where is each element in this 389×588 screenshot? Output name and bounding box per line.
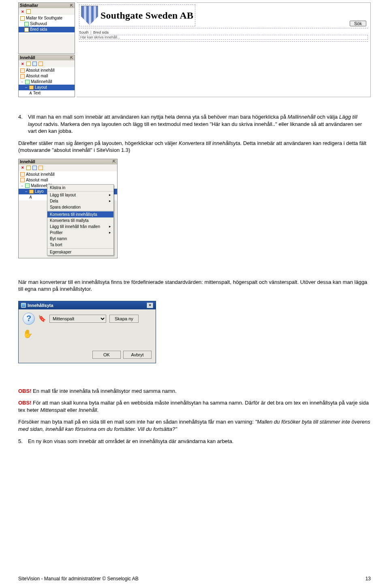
- pin-icon[interactable]: ⇱: [113, 160, 116, 164]
- menu-label: Klistra in: [50, 185, 65, 190]
- menu-item-klistra[interactable]: Klistra in: [47, 185, 113, 191]
- delete-icon[interactable]: ✕: [20, 9, 25, 14]
- delete-icon[interactable]: ✕: [20, 165, 25, 170]
- folder-icon: [29, 85, 34, 89]
- collapse-icon[interactable]: −: [24, 85, 28, 90]
- new-icon[interactable]: [26, 61, 31, 66]
- menu-sep: [47, 211, 113, 211]
- orange-icon[interactable]: [38, 165, 43, 170]
- tree-item[interactable]: Absolut mall: [19, 73, 75, 79]
- square-icon: [20, 74, 25, 79]
- tree-item[interactable]: Absolut innehåll: [19, 68, 75, 73]
- create-new-button[interactable]: Skapa ny: [109, 315, 139, 323]
- new-icon[interactable]: [26, 165, 31, 170]
- tree-item-bredsida[interactable]: Bred sida: [19, 27, 75, 32]
- crumb[interactable]: South: [79, 30, 89, 34]
- dialog-titlebar: Innehållsyta ✕: [19, 301, 156, 309]
- text-a-icon: A: [29, 194, 32, 200]
- content-hint: Här kan skriva innehåll...: [79, 35, 368, 40]
- text-run: En mall får inte innehålla två innehålls…: [32, 388, 177, 394]
- left-panels: Sidmallar ⇱ ✕ Mallar för Southgate Sidhu…: [18, 2, 75, 97]
- obs-label: OBS!: [18, 388, 32, 394]
- tree-item-label: Bred sida: [30, 27, 47, 32]
- menu-item-dela[interactable]: Dela▸: [47, 198, 113, 204]
- cancel-button[interactable]: Avbryt: [123, 351, 152, 359]
- menu-item-konv-innehall[interactable]: Konvertera till innehållsyta: [47, 211, 113, 217]
- panel-innehall: Innehåll ⇱ ✕ Absolut innehåll Absolut ma…: [18, 55, 75, 97]
- menu-item-bytnamn[interactable]: Byt namn: [47, 236, 113, 242]
- dialog-first-row: ? 🔖 Mittenspalt Skapa ny: [19, 309, 156, 326]
- search-button[interactable]: Sök: [350, 21, 366, 26]
- tree-item-label: Absolut innehåll: [26, 172, 55, 177]
- list-item-4: 4. Vill man ha en mall som innebär att a…: [18, 113, 371, 140]
- context-menu-screenshot: Innehåll ⇱ ✕ Absolut innehåll Absolut ma…: [18, 159, 118, 258]
- submenu-arrow-icon: ▸: [109, 224, 111, 228]
- footer-left: SiteVision - Manual för administratörer …: [18, 576, 139, 582]
- menu-item-konv-mall[interactable]: Konvertera till mallyta: [47, 217, 113, 224]
- square-icon: [20, 178, 25, 182]
- menu-item-tabort[interactable]: Ta bort: [47, 242, 113, 248]
- page-number: 13: [365, 576, 371, 582]
- paragraph-block: När man konverterar till en innehållsyta…: [18, 279, 371, 293]
- menu-label: Spara dekoration: [50, 205, 81, 209]
- pin-icon[interactable]: ⇱: [70, 4, 73, 8]
- tree-item[interactable]: Absolut mall: [19, 177, 117, 183]
- submenu-arrow-icon: ▸: [109, 230, 111, 234]
- delete-icon[interactable]: ✕: [20, 61, 25, 66]
- menu-item-spara[interactable]: Spara dekoration: [47, 204, 113, 210]
- ctx-panel-label: Innehåll: [20, 160, 35, 164]
- menu-item-profiler[interactable]: Profiler▸: [47, 230, 113, 236]
- pin-icon[interactable]: ⇱: [70, 56, 73, 60]
- menu-item-egenskaper[interactable]: Egenskaper: [47, 249, 113, 255]
- obs-line-2: OBS! För att man skall kunna byta mallar…: [18, 399, 371, 413]
- crumb[interactable]: Bred sida: [93, 30, 109, 34]
- tree-item-layout[interactable]: − Layout: [19, 85, 75, 90]
- ok-button[interactable]: OK: [92, 351, 121, 359]
- italic-term: Mittenspalt: [40, 407, 66, 413]
- another-icon[interactable]: [32, 61, 37, 66]
- paragraph: En ny ikon visas som innebär att området…: [28, 438, 233, 445]
- panel-sidmallar-title: Sidmallar ⇱: [19, 3, 75, 8]
- text-run: .: [97, 407, 98, 413]
- text-run: Vill man ha en mall som innebär att anvä…: [28, 114, 288, 120]
- menu-item-lagg-layout[interactable]: Lägg till layout▸: [47, 192, 113, 198]
- paragraph: När man konverterar till en innehållsyta…: [18, 279, 371, 293]
- orange-icon[interactable]: [38, 61, 43, 66]
- tree-item-label: Layout: [35, 85, 47, 90]
- paragraph-warning: Försöker man byta mall på en sida till e…: [18, 418, 371, 432]
- tree-item-text[interactable]: A Text: [19, 90, 75, 96]
- breadcrumb: South | Bred sida: [79, 30, 368, 34]
- italic-term: Innehåll: [79, 407, 97, 413]
- collapse-icon[interactable]: −: [20, 183, 24, 189]
- blue-icon[interactable]: [32, 165, 37, 170]
- collapse-icon[interactable]: −: [24, 189, 28, 194]
- page-icon: [24, 22, 29, 26]
- list-number: 5.: [18, 438, 24, 450]
- dialog-buttons: OK Avbryt: [19, 339, 156, 363]
- menu-label: Ta bort: [50, 243, 62, 247]
- tree-item[interactable]: Absolut innehåll: [19, 172, 117, 177]
- menu-label: Profiler: [50, 230, 63, 235]
- tree-item-label: Absolut innehåll: [26, 68, 55, 73]
- obs-label: OBS!: [18, 400, 32, 406]
- menu-item-lagg-innehall[interactable]: Lägg till innehåll från mallen▸: [47, 224, 113, 230]
- dialog-innehallsyta: Innehållsyta ✕ ? 🔖 Mittenspalt Skapa ny …: [18, 301, 156, 363]
- close-icon[interactable]: ✕: [147, 303, 153, 308]
- obs-line-1: OBS! En mall får inte innehålla två inne…: [18, 388, 371, 395]
- page-preview: Southgate Sweden AB Sök South | Bred sid…: [77, 2, 371, 97]
- new-page-icon[interactable]: [26, 9, 31, 14]
- tree-root-mallar[interactable]: Mallar för Southgate: [19, 15, 75, 21]
- tree-item[interactable]: − Mallinnehåll: [19, 79, 75, 85]
- paragraph: Därefter ställer man sig återigen på lay…: [18, 140, 371, 154]
- menu-label: Lägg till layout: [50, 193, 76, 197]
- dialog-title-text: Innehållsyta: [28, 303, 53, 308]
- page-icon: [25, 183, 30, 188]
- content-area-select[interactable]: Mittenspalt: [49, 315, 106, 323]
- list-item-5: 5. En ny ikon visas som innebär att områ…: [18, 438, 371, 450]
- tree-item-label: Text: [33, 90, 41, 96]
- collapse-icon[interactable]: −: [20, 79, 24, 85]
- tree-item-sidhuvud[interactable]: Sidhuvud: [19, 21, 75, 27]
- hand-icon: ✋: [23, 329, 156, 339]
- text-run: och välja: [315, 114, 339, 120]
- question-icon: ?: [23, 313, 35, 325]
